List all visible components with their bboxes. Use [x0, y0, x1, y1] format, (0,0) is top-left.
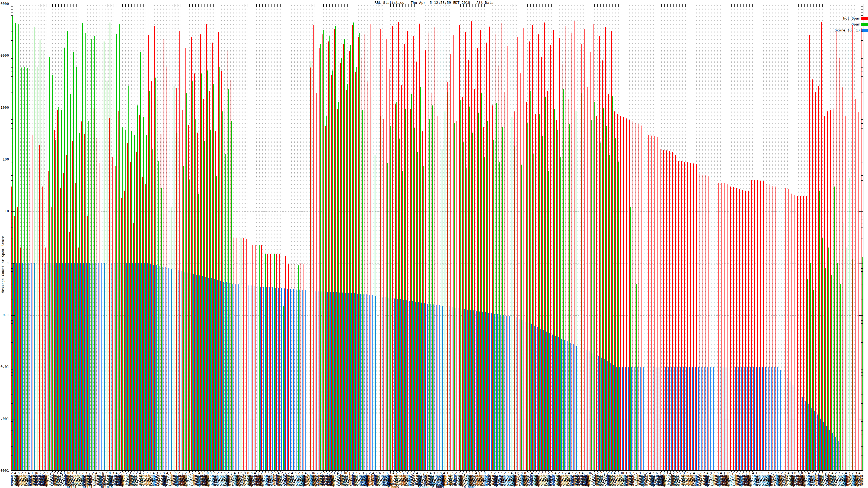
x-tick-top: [698, 4, 698, 7]
x-tick-top: [719, 4, 719, 7]
tick-layer: [11, 4, 863, 470]
y-tick-label: 0.1: [0, 313, 9, 317]
x-tick-top: [835, 4, 835, 7]
y-tick-minor-right: [861, 67, 863, 68]
y-tick-label: 100000: [0, 2, 9, 6]
x-tick-top: [460, 4, 461, 7]
x-tick-top: [159, 4, 159, 7]
x-label-fragment: origin: [83, 485, 94, 488]
y-tick-minor-right: [861, 248, 863, 248]
x-tick-top: [329, 4, 330, 7]
y-tick-major-right: [859, 212, 863, 212]
x-tick-top: [749, 4, 750, 7]
y-tick-minor-right: [861, 165, 863, 165]
y-tick-minor-right: [861, 424, 863, 424]
y-tick-minor-left: [11, 232, 13, 232]
x-tick-top: [92, 4, 92, 7]
y-tick-minor-right: [861, 430, 863, 431]
y-tick-minor-right: [861, 162, 863, 162]
y-tick-label: 0.001: [0, 417, 9, 421]
x-tick-top: [272, 4, 272, 7]
x-label-fragment: 2 hops: [432, 485, 444, 488]
x-tick-top: [253, 4, 253, 7]
x-tick-top: [378, 4, 378, 7]
y-tick-minor-left: [11, 76, 13, 77]
y-tick-minor-right: [861, 266, 863, 266]
y-tick-major-left: [11, 108, 15, 108]
y-tick-minor-right: [861, 40, 863, 41]
x-tick-top: [144, 4, 144, 7]
y-tick-minor-right: [861, 440, 863, 440]
x-tick-top: [658, 4, 658, 7]
x-tick-top: [768, 4, 768, 7]
y-tick-minor-left: [11, 279, 13, 279]
y-tick-minor-right: [861, 327, 863, 327]
x-tick-top: [704, 4, 704, 7]
x-tick-top: [269, 4, 269, 7]
y-tick-minor-right: [861, 25, 863, 25]
x-label-fragment: origin: [67, 485, 79, 488]
x-tick-top: [320, 4, 320, 7]
y-tick-major-left: [11, 212, 15, 212]
y-tick-minor-left: [11, 119, 13, 120]
y-tick-minor-right: [861, 12, 863, 12]
y-tick-minor-left: [11, 40, 13, 41]
y-tick-minor-right: [861, 175, 863, 176]
y-tick-label: 100: [0, 157, 9, 161]
x-tick-top: [643, 4, 643, 7]
x-tick-top: [174, 4, 175, 7]
x-tick-top: [862, 4, 862, 7]
y-tick-minor-right: [861, 20, 863, 20]
x-tick-top: [305, 4, 305, 7]
y-tick-minor-right: [861, 64, 863, 64]
y-tick-minor-right: [861, 343, 863, 343]
y-tick-label: 0.0001: [0, 468, 9, 473]
x-tick-top: [600, 4, 600, 7]
x-tick-top: [439, 4, 439, 7]
x-tick-top: [850, 4, 850, 7]
x-tick-top: [555, 4, 555, 7]
y-tick-minor-left: [11, 92, 13, 93]
y-tick-minor-right: [861, 9, 863, 9]
x-tick-top: [561, 4, 561, 7]
y-tick-minor-left: [11, 144, 13, 144]
x-tick-top: [183, 4, 183, 7]
y-tick-minor-right: [861, 180, 863, 181]
y-tick-major-right: [859, 160, 863, 160]
x-tick-top: [396, 4, 397, 7]
x-tick-top: [223, 4, 223, 7]
x-tick-top: [494, 4, 494, 7]
x-tick-top: [731, 4, 732, 7]
y-tick-minor-left: [11, 388, 13, 388]
y-tick-minor-right: [861, 336, 863, 336]
x-tick-top: [363, 4, 363, 7]
y-tick-minor-right: [861, 331, 863, 331]
y-tick-minor-right: [861, 144, 863, 144]
y-tick-minor-left: [11, 336, 13, 336]
y-tick-minor-left: [11, 165, 13, 165]
x-tick-top: [37, 4, 37, 7]
y-tick-minor-left: [11, 424, 13, 424]
x-tick-top: [314, 4, 314, 7]
x-tick-top: [701, 4, 701, 7]
x-tick-top: [347, 4, 348, 7]
x-tick-top: [859, 4, 859, 7]
y-tick-minor-left: [11, 369, 13, 370]
x-tick-top: [752, 4, 753, 7]
x-tick-top: [238, 4, 238, 7]
y-tick-minor-right: [861, 271, 863, 272]
y-tick-minor-left: [11, 217, 13, 217]
x-tick-top: [810, 4, 811, 7]
x-tick-top: [86, 4, 86, 7]
y-tick-minor-left: [11, 220, 13, 220]
x-tick-top: [250, 4, 250, 7]
x-tick-top: [95, 4, 95, 7]
x-tick-top: [52, 4, 53, 7]
x-tick-top: [491, 4, 491, 7]
x-tick-top: [217, 4, 217, 7]
y-tick-minor-right: [861, 421, 863, 422]
x-tick-top: [649, 4, 649, 7]
y-tick-minor-left: [11, 268, 13, 269]
x-tick-top: [762, 4, 762, 7]
x-tick-top: [220, 4, 220, 7]
